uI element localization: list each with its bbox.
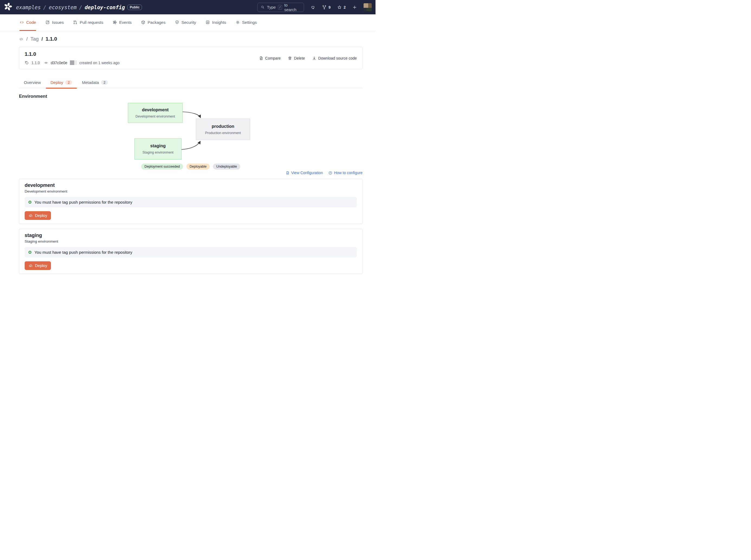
permission-notice: You must have tag push permissions for t…: [25, 197, 357, 207]
tag-created-text: created on 1 weeks ago: [79, 61, 120, 65]
action-label: Delete: [294, 56, 305, 60]
legend-deployable: Deployable: [186, 163, 210, 169]
package-icon: [141, 20, 145, 25]
fork-count-button[interactable]: 9: [322, 5, 331, 10]
permission-notice: You must have tag push permissions for t…: [25, 247, 357, 258]
environment-diagram: development Development environment prod…: [19, 101, 362, 161]
tag-breadcrumb: / Tag / 1.1.0: [19, 36, 362, 42]
breadcrumb-owner[interactable]: examples: [16, 4, 41, 10]
diagram-node-development: development Development environment: [128, 103, 183, 123]
diagram-node-production: production Production environment: [196, 119, 250, 140]
events-pinwheel-icon: [113, 20, 117, 25]
tag-title: 1.1.0: [25, 51, 119, 57]
deploy-button-label: Deploy: [35, 263, 47, 268]
tab-code[interactable]: Code: [20, 14, 36, 31]
tab-packages[interactable]: Packages: [141, 14, 165, 31]
diagram-edges: [19, 101, 362, 161]
environment-description: Staging environment: [25, 239, 357, 243]
tab-insights[interactable]: Insights: [205, 14, 226, 31]
view-configuration-link[interactable]: View Configuration: [285, 171, 323, 175]
app-header: examples / ecosystem / deploy-config Pub…: [0, 0, 376, 14]
environment-card-development: development Development environment You …: [19, 179, 362, 224]
breadcrumb-repo[interactable]: deploy-config: [84, 4, 125, 10]
edge-staging-production: [181, 141, 200, 149]
tab-pull-requests[interactable]: Pull requests: [73, 14, 103, 31]
node-subtitle: Staging environment: [142, 151, 174, 154]
download-source-button[interactable]: Download source code: [312, 56, 357, 60]
tab-label: Security: [181, 20, 196, 25]
file-diff-icon: [259, 56, 263, 60]
breadcrumb-namespace[interactable]: ecosystem: [49, 4, 77, 10]
tab-label: Settings: [242, 20, 257, 25]
star-count: 2: [343, 5, 346, 9]
tab-issues[interactable]: Issues: [45, 14, 64, 31]
deploy-button-staging[interactable]: Deploy: [25, 261, 51, 270]
tab-overview[interactable]: Overview: [19, 77, 46, 88]
diagram-legend: Deployment succeeded Deployable Undeploy…: [19, 163, 362, 169]
search-hotkey-badge: /: [278, 5, 282, 10]
star-count-button[interactable]: 2: [337, 5, 346, 10]
action-label: Download source code: [318, 56, 357, 60]
deploy-button-development[interactable]: Deploy: [25, 211, 51, 220]
diagram-node-staging: staging Staging environment: [134, 138, 181, 160]
visibility-badge: Public: [127, 5, 142, 10]
tab-label: Insights: [212, 20, 226, 25]
node-title: production: [212, 124, 234, 129]
tab-label: Issues: [52, 20, 64, 25]
tag-card: 1.1.0 1.1.0 d37c0e0e created on 1 weeks …: [19, 47, 362, 69]
node-subtitle: Production environment: [205, 131, 241, 135]
git-fork-icon: [322, 5, 327, 10]
site-logo-pinwheel-icon[interactable]: [3, 2, 13, 13]
detail-tab-bar: Overview Deploy 2 Metadata 2: [19, 77, 362, 88]
commit-icon: [44, 61, 48, 65]
trash-icon: [288, 56, 292, 60]
tab-settings[interactable]: Settings: [235, 14, 257, 31]
search-placeholder-suffix: to search: [284, 3, 301, 12]
node-title: development: [142, 107, 169, 113]
tag-actions: Compare Delete Download source code: [259, 56, 357, 60]
how-to-configure-link[interactable]: How to configure: [328, 171, 362, 175]
tab-events[interactable]: Events: [113, 14, 132, 31]
breadcrumb-separator: /: [43, 4, 46, 10]
tab-security[interactable]: Security: [175, 14, 196, 31]
action-label: Compare: [265, 56, 281, 60]
breadcrumb-tag-link[interactable]: Tag: [30, 36, 39, 42]
cloud-upload-icon: [28, 263, 33, 268]
delete-button[interactable]: Delete: [288, 56, 305, 60]
node-subtitle: Development environment: [136, 115, 175, 118]
status-dot-icon: [28, 251, 32, 254]
sponsor-heart-button[interactable]: ¥: [311, 5, 315, 10]
tab-label: Deploy: [51, 80, 63, 85]
question-circle-icon: [328, 171, 332, 175]
link-label: How to configure: [334, 171, 362, 175]
deploy-count-badge: 2: [65, 80, 72, 85]
download-icon: [312, 56, 316, 60]
link-label: View Configuration: [291, 171, 323, 175]
heart-currency-icon: ¥: [311, 5, 315, 10]
search-placeholder-prefix: Type: [267, 5, 276, 9]
insights-icon: [205, 20, 210, 25]
tab-deploy[interactable]: Deploy 2: [46, 77, 77, 88]
create-new-button[interactable]: [352, 5, 357, 10]
commit-sha-link[interactable]: d37c0e0e: [51, 61, 67, 65]
legend-undeployable: Undeployable: [213, 163, 240, 169]
user-avatar[interactable]: [363, 3, 372, 12]
metadata-count-badge: 2: [101, 80, 108, 85]
issues-icon: [45, 20, 50, 25]
repo-breadcrumb: examples / ecosystem / deploy-config Pub…: [16, 4, 142, 10]
main-content: / Tag / 1.1.0 1.1.0 1.1.0 d37c0e0e creat…: [0, 36, 376, 274]
tab-label: Overview: [24, 80, 41, 85]
breadcrumb-separator: /: [41, 36, 43, 42]
global-search-input[interactable]: Type / to search: [257, 3, 304, 12]
file-code-icon: [285, 171, 290, 175]
tab-label: Code: [26, 20, 36, 25]
cloud-upload-icon: [28, 213, 33, 218]
breadcrumb-separator: /: [79, 4, 82, 10]
tab-metadata[interactable]: Metadata 2: [77, 77, 113, 88]
compare-button[interactable]: Compare: [259, 56, 281, 60]
star-icon: [337, 5, 342, 10]
config-links: View Configuration How to configure: [19, 171, 362, 175]
tab-label: Pull requests: [80, 20, 103, 25]
environment-card-staging: staging Staging environment You must hav…: [19, 229, 362, 274]
node-title: staging: [150, 143, 166, 148]
